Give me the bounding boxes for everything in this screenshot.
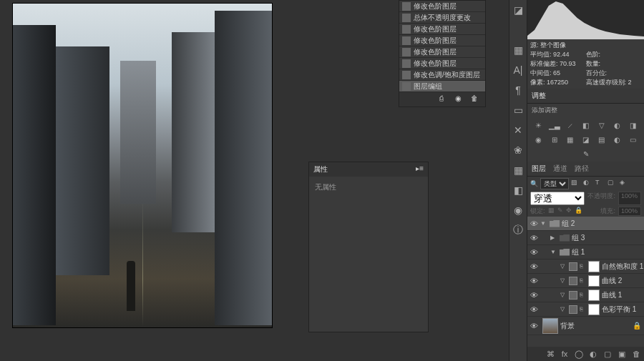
layer-name[interactable]: 背景 — [560, 321, 633, 331]
new-group-icon[interactable]: ▢ — [602, 349, 613, 359]
disclosure-arrow-icon[interactable]: ▼ — [550, 249, 557, 255]
palette-dock-icon[interactable]: ❀ — [511, 143, 525, 157]
layer-row[interactable]: 👁▼组 2 — [527, 217, 644, 231]
layer-name[interactable]: 自然饱和度 1 — [602, 262, 644, 272]
grid-dock-icon[interactable]: ▦ — [511, 163, 525, 177]
mask-thumb[interactable] — [588, 290, 600, 301]
history-item[interactable]: 总体不透明度更改 — [399, 12, 485, 24]
canvas-document[interactable] — [13, 4, 272, 327]
hue-icon[interactable]: ◐ — [612, 120, 623, 130]
opacity-value[interactable]: 100% — [618, 192, 641, 205]
filter-type-icon[interactable]: T — [595, 179, 605, 189]
image-region — [120, 61, 156, 204]
history-item[interactable]: 修改色阶图层 — [399, 24, 485, 35]
disclosure-arrow-icon[interactable]: ▼ — [540, 220, 547, 227]
filter-type-select[interactable]: 类型 — [540, 178, 569, 189]
layer-row[interactable]: 👁▶组 3 — [527, 231, 644, 245]
histogram-dock-icon[interactable]: ◪ — [511, 3, 525, 17]
invert-icon[interactable]: ◪ — [580, 134, 592, 144]
vibrance-icon[interactable]: ▽ — [596, 120, 608, 130]
gradmap-icon[interactable]: ▭ — [628, 134, 639, 144]
layer-row[interactable]: 👁▽⎘色彩平衡 1 — [527, 302, 644, 317]
visibility-eye-icon[interactable]: 👁 — [527, 248, 540, 257]
ruler-dock-icon[interactable]: ▭ — [511, 103, 525, 117]
layer-row[interactable]: 👁▽⎘曲线 1 — [527, 288, 644, 302]
brush-dock-icon[interactable]: ✕ — [511, 123, 525, 137]
layer-name[interactable]: 色彩平衡 1 — [602, 305, 644, 315]
blend-mode-select[interactable]: 穿透 — [530, 192, 585, 205]
history-item[interactable]: 修改色阶图层 — [399, 1, 485, 12]
history-step-label: 修改色调/饱和度图层 — [414, 70, 480, 80]
levels-icon[interactable]: ▁▃ — [549, 120, 560, 130]
history-item[interactable]: 修改色调/饱和度图层 — [399, 69, 485, 81]
layer-row[interactable]: 👁▽⎘自然饱和度 1 — [527, 259, 644, 274]
brightness-icon[interactable]: ☀ — [533, 120, 545, 130]
new-layer-icon[interactable]: ▣ — [617, 349, 627, 359]
photofilter-icon[interactable]: ◉ — [533, 134, 545, 144]
layer-name[interactable]: 组 3 — [572, 233, 644, 243]
paragraph-dock-icon[interactable]: ¶ — [511, 83, 525, 97]
lock-all-icon[interactable]: 🔒 — [575, 207, 582, 216]
info-dock-icon[interactable]: ⓘ — [511, 223, 525, 237]
filter-icon[interactable]: 🔍 — [530, 180, 538, 187]
disclosure-arrow-icon[interactable]: ▶ — [550, 234, 557, 241]
swatch-dock-icon[interactable]: ▦ — [511, 43, 525, 57]
mask-thumb[interactable] — [588, 261, 600, 272]
selective-icon[interactable]: ✎ — [580, 149, 592, 159]
lock-pixel-icon[interactable]: ✎ — [557, 207, 563, 216]
layer-row[interactable]: 👁▽⎘曲线 2 — [527, 274, 644, 288]
curves-icon[interactable]: ⟋ — [565, 120, 576, 130]
type-dock-icon[interactable]: A| — [511, 63, 525, 77]
layers-tab[interactable]: 图层 — [532, 164, 546, 174]
fill-value[interactable]: 100% — [618, 207, 641, 216]
layer-row[interactable]: 👁▼组 1 — [527, 245, 644, 259]
filter-shape-icon[interactable]: ▢ — [608, 179, 618, 189]
history-item[interactable]: 修改色阶图层 — [399, 58, 485, 69]
new-adj-icon[interactable]: ◐ — [588, 349, 598, 359]
layer-name[interactable]: 曲线 2 — [602, 276, 644, 286]
mask-thumb[interactable] — [588, 304, 600, 315]
delete-layer-icon[interactable]: 🗑 — [631, 349, 641, 359]
filter-smart-icon[interactable]: ◈ — [620, 179, 630, 189]
history-item[interactable]: 修改色阶图层 — [399, 35, 485, 46]
history-item[interactable]: 修改色阶图层 — [399, 46, 485, 58]
channels-tab[interactable]: 通道 — [553, 164, 567, 174]
panel-menu-icon[interactable]: ▸≡ — [416, 164, 424, 174]
history-step-icon — [402, 71, 411, 79]
mixer-icon[interactable]: ⊞ — [549, 134, 560, 144]
layer-name[interactable]: 组 1 — [572, 247, 644, 257]
fx-icon[interactable]: fx — [560, 349, 570, 359]
adjustments-tab[interactable]: 调整 — [532, 91, 546, 101]
paths-tab[interactable]: 路径 — [575, 164, 589, 174]
visibility-eye-icon[interactable]: 👁 — [527, 291, 540, 300]
layer-name[interactable]: 组 2 — [562, 219, 644, 229]
bw-icon[interactable]: ◨ — [628, 120, 639, 130]
visibility-eye-icon[interactable]: 👁 — [527, 322, 540, 330]
lookup-icon[interactable]: ▦ — [565, 134, 576, 144]
visibility-eye-icon[interactable]: 👁 — [527, 305, 540, 314]
history-item[interactable]: 图层编组 — [399, 81, 485, 92]
filter-pixel-icon[interactable]: ▧ — [571, 179, 581, 189]
poster-icon[interactable]: ▤ — [596, 134, 608, 144]
visibility-eye-icon[interactable]: 👁 — [527, 262, 540, 271]
timeline-dock-icon[interactable]: ◉ — [511, 203, 525, 217]
history-camera-icon[interactable]: ◉ — [455, 94, 465, 104]
layer-thumb[interactable] — [542, 318, 558, 334]
visibility-eye-icon[interactable]: 👁 — [527, 219, 540, 228]
link-layers-icon[interactable]: ⌘ — [545, 349, 555, 359]
exposure-icon[interactable]: ◧ — [580, 120, 592, 130]
lock-pos-icon[interactable]: ✥ — [566, 207, 572, 216]
mask-thumb[interactable] — [588, 275, 600, 287]
filter-adj-icon[interactable]: ◐ — [583, 179, 593, 189]
properties-tab[interactable]: 属性 — [313, 164, 328, 174]
lock-trans-icon[interactable]: ▦ — [548, 207, 555, 216]
history-snapshot-icon[interactable]: ⎙ — [439, 94, 449, 104]
history-delete-icon[interactable]: 🗑 — [471, 94, 481, 104]
layer-name[interactable]: 曲线 1 — [602, 290, 644, 300]
mask-icon[interactable]: ◯ — [574, 349, 584, 359]
adjust-dock-icon[interactable]: ◧ — [511, 183, 525, 197]
visibility-eye-icon[interactable]: 👁 — [527, 277, 540, 285]
threshold-icon[interactable]: ◐ — [612, 134, 623, 144]
visibility-eye-icon[interactable]: 👁 — [527, 234, 540, 242]
layer-row[interactable]: 👁背景🔒 — [527, 317, 644, 335]
